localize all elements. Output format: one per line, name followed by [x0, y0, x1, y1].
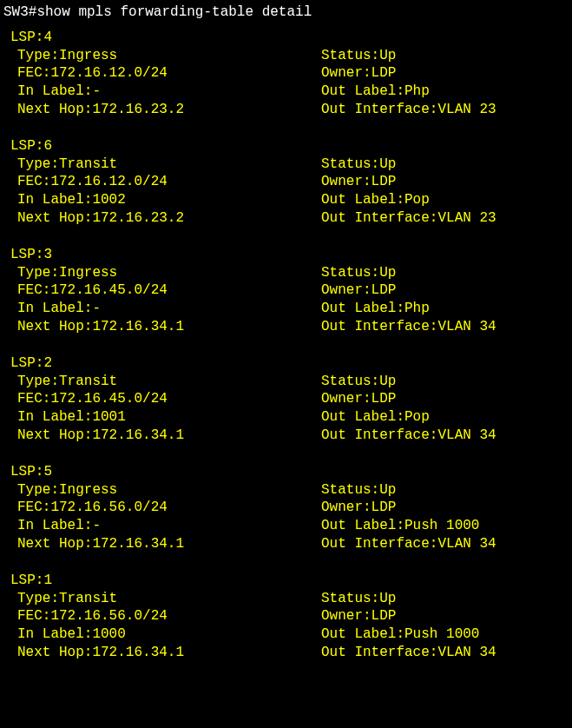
- lsp-out-label: Out Label:Push 1000: [321, 517, 569, 535]
- lsp-block: LSP:1 Type:TransitStatus:Up FEC:172.16.5…: [3, 572, 569, 662]
- lsp-row: Type:TransitStatus:Up: [3, 156, 569, 174]
- lsp-id: LSP:3: [3, 246, 569, 264]
- lsp-type: Type:Transit: [17, 590, 321, 608]
- lsp-type: Type:Ingress: [17, 481, 321, 500]
- lsp-row: In Label:1000Out Label:Push 1000: [3, 625, 569, 644]
- lsp-block: LSP:6 Type:TransitStatus:Up FEC:172.16.1…: [3, 137, 569, 228]
- lsp-next-hop: Next Hop:172.16.34.1: [17, 318, 321, 336]
- lsp-row: Next Hop:172.16.34.1Out Interface:VLAN 3…: [3, 644, 569, 662]
- lsp-status: Status:Up: [321, 156, 569, 174]
- lsp-next-hop: Next Hop:172.16.34.1: [17, 535, 321, 553]
- lsp-out-label: Out Label:Pop: [321, 408, 569, 427]
- lsp-row: In Label:-Out Label:Push 1000: [3, 517, 569, 535]
- lsp-row: Next Hop:172.16.34.1Out Interface:VLAN 3…: [3, 427, 569, 445]
- lsp-out-interface: Out Interface:VLAN 23: [321, 101, 569, 119]
- lsp-in-label: In Label:1002: [17, 191, 321, 209]
- lsp-owner: Owner:LDP: [321, 281, 569, 300]
- lsp-fec: FEC:172.16.12.0/24: [17, 173, 321, 191]
- lsp-status: Status:Up: [321, 264, 569, 282]
- lsp-id: LSP:4: [3, 29, 569, 47]
- lsp-row: In Label:-Out Label:Php: [3, 300, 569, 318]
- lsp-row: FEC:172.16.45.0/24Owner:LDP: [3, 390, 569, 408]
- lsp-row: Next Hop:172.16.23.2Out Interface:VLAN 2…: [3, 209, 569, 228]
- command-prompt-line: SW3#show mpls forwarding-table detail: [3, 3, 569, 22]
- lsp-row: In Label:-Out Label:Php: [3, 83, 569, 101]
- prompt-host: SW3#: [3, 4, 36, 20]
- lsp-row: Type:TransitStatus:Up: [3, 373, 569, 391]
- lsp-row: Type:TransitStatus:Up: [3, 590, 569, 608]
- lsp-out-interface: Out Interface:VLAN 34: [321, 644, 569, 662]
- lsp-owner: Owner:LDP: [321, 607, 569, 625]
- lsp-status: Status:Up: [321, 590, 569, 608]
- lsp-fec: FEC:172.16.56.0/24: [17, 499, 321, 517]
- lsp-id: LSP:2: [3, 354, 569, 373]
- lsp-out-label: Out Label:Push 1000: [321, 625, 569, 644]
- lsp-out-label: Out Label:Php: [321, 300, 569, 318]
- lsp-row: Next Hop:172.16.23.2Out Interface:VLAN 2…: [3, 101, 569, 119]
- lsp-out-interface: Out Interface:VLAN 34: [321, 535, 569, 553]
- lsp-id: LSP:6: [3, 137, 569, 156]
- command-output: LSP:4 Type:IngressStatus:Up FEC:172.16.1…: [3, 29, 569, 662]
- lsp-type: Type:Transit: [17, 373, 321, 391]
- lsp-out-interface: Out Interface:VLAN 34: [321, 427, 569, 445]
- lsp-status: Status:Up: [321, 481, 569, 500]
- lsp-fec: FEC:172.16.12.0/24: [17, 64, 321, 83]
- lsp-owner: Owner:LDP: [321, 390, 569, 408]
- lsp-row: Type:IngressStatus:Up: [3, 264, 569, 282]
- lsp-next-hop: Next Hop:172.16.23.2: [17, 101, 321, 119]
- lsp-row: FEC:172.16.45.0/24Owner:LDP: [3, 281, 569, 300]
- lsp-in-label: In Label:1001: [17, 408, 321, 427]
- lsp-in-label: In Label:-: [17, 83, 321, 101]
- lsp-next-hop: Next Hop:172.16.34.1: [17, 644, 321, 662]
- lsp-row: Type:IngressStatus:Up: [3, 47, 569, 65]
- lsp-owner: Owner:LDP: [321, 64, 569, 83]
- lsp-fec: FEC:172.16.56.0/24: [17, 607, 321, 625]
- lsp-block: LSP:2 Type:TransitStatus:Up FEC:172.16.4…: [3, 354, 569, 445]
- lsp-out-label: Out Label:Php: [321, 83, 569, 101]
- lsp-type: Type:Transit: [17, 156, 321, 174]
- lsp-next-hop: Next Hop:172.16.34.1: [17, 427, 321, 445]
- lsp-block: LSP:5 Type:IngressStatus:Up FEC:172.16.5…: [3, 463, 569, 553]
- prompt-command: show mpls forwarding-table detail: [36, 4, 312, 20]
- lsp-block: LSP:3 Type:IngressStatus:Up FEC:172.16.4…: [3, 246, 569, 336]
- lsp-in-label: In Label:-: [17, 300, 321, 318]
- lsp-type: Type:Ingress: [17, 47, 321, 65]
- lsp-row: Next Hop:172.16.34.1Out Interface:VLAN 3…: [3, 535, 569, 553]
- lsp-id: LSP:5: [3, 463, 569, 481]
- lsp-owner: Owner:LDP: [321, 499, 569, 517]
- lsp-owner: Owner:LDP: [321, 173, 569, 191]
- lsp-in-label: In Label:1000: [17, 625, 321, 644]
- lsp-out-label: Out Label:Pop: [321, 191, 569, 209]
- lsp-fec: FEC:172.16.45.0/24: [17, 281, 321, 300]
- lsp-row: FEC:172.16.12.0/24Owner:LDP: [3, 64, 569, 83]
- lsp-row: FEC:172.16.56.0/24Owner:LDP: [3, 499, 569, 517]
- lsp-type: Type:Ingress: [17, 264, 321, 282]
- lsp-next-hop: Next Hop:172.16.23.2: [17, 209, 321, 228]
- lsp-row: Type:IngressStatus:Up: [3, 481, 569, 500]
- lsp-status: Status:Up: [321, 47, 569, 65]
- lsp-block: LSP:4 Type:IngressStatus:Up FEC:172.16.1…: [3, 29, 569, 119]
- lsp-id: LSP:1: [3, 572, 569, 590]
- lsp-row: In Label:1001Out Label:Pop: [3, 408, 569, 427]
- lsp-status: Status:Up: [321, 373, 569, 391]
- lsp-in-label: In Label:-: [17, 517, 321, 535]
- lsp-out-interface: Out Interface:VLAN 23: [321, 209, 569, 228]
- lsp-row: FEC:172.16.56.0/24Owner:LDP: [3, 607, 569, 625]
- lsp-row: FEC:172.16.12.0/24Owner:LDP: [3, 173, 569, 191]
- lsp-row: Next Hop:172.16.34.1Out Interface:VLAN 3…: [3, 318, 569, 336]
- lsp-row: In Label:1002Out Label:Pop: [3, 191, 569, 209]
- lsp-fec: FEC:172.16.45.0/24: [17, 390, 321, 408]
- lsp-out-interface: Out Interface:VLAN 34: [321, 318, 569, 336]
